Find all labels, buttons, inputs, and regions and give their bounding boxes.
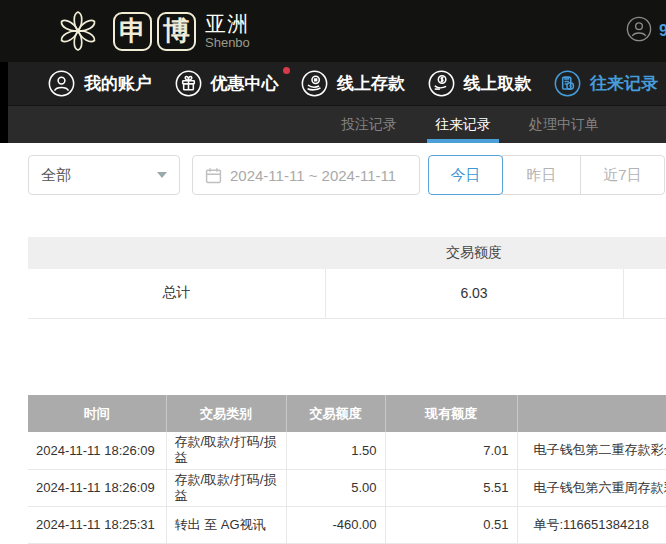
summary-total-row: 总计 6.03: [28, 269, 666, 318]
summary-total-empty: [623, 269, 666, 318]
tx-cell-type: 存款/取款/打码/损益: [166, 432, 286, 469]
summary-header-row: 交易额度: [28, 237, 666, 269]
site-header: 申 博 亚洲 Shenbo 9 我的账户优惠中心线: [0, 0, 666, 143]
nav-item-label: 线上取款: [464, 72, 532, 95]
tab-transaction-records[interactable]: 往来记录: [432, 106, 494, 143]
brand-char-box: 博: [157, 12, 196, 51]
nav-item-label: 我的账户: [84, 72, 152, 95]
table-row: 2024-11-11 18:26:09存款/取款/打码/损益5.005.51电子…: [28, 469, 666, 506]
brand-region: 亚洲: [205, 13, 250, 34]
gift-icon: [175, 70, 202, 97]
nav-item-label: 线上存款: [337, 72, 405, 95]
nav-item-deposit[interactable]: 线上存款: [301, 70, 405, 97]
tx-col-header: 现有额度: [385, 395, 517, 432]
brand-subtitle: Shenbo: [205, 36, 250, 49]
chevron-down-icon: [157, 172, 167, 178]
date-range-value: 2024-11-11 ~ 2024-11-11: [230, 167, 396, 184]
main-nav: 我的账户优惠中心线上存款线上取款往来记录: [8, 62, 666, 105]
nav-item-label: 往来记录: [590, 72, 658, 95]
table-row: 2024-11-11 18:26:09存款/取款/打码/损益1.507.01电子…: [28, 432, 666, 469]
logo-bar: 申 博 亚洲 Shenbo 9: [0, 0, 666, 62]
brand-logo[interactable]: 申 博 亚洲 Shenbo: [52, 5, 250, 57]
tx-cell-balance: 5.51: [385, 469, 517, 506]
records-tabs: 投注记录往来记录处理中订单: [8, 105, 666, 143]
tx-cell-time: 2024-11-11 18:26:09: [28, 469, 166, 506]
tx-cell-amount: -460.00: [286, 506, 385, 543]
summary-header-empty: [28, 237, 325, 269]
username-partial: 9: [659, 22, 666, 40]
summary-table: 交易额度 总计 6.03: [28, 237, 666, 319]
tx-cell-balance: 7.01: [385, 432, 517, 469]
records-icon: [554, 70, 581, 97]
deposit-icon: [301, 70, 328, 97]
avatar-icon: [626, 16, 652, 46]
quick-button-last-7-days[interactable]: 近7日: [580, 155, 665, 195]
withdraw-icon: [428, 70, 455, 97]
account-menu[interactable]: 9: [626, 16, 666, 46]
nav-item-promotions[interactable]: 优惠中心: [175, 70, 279, 97]
tx-cell-time: 2024-11-11 18:25:31: [28, 506, 166, 543]
nav-item-label: 优惠中心: [211, 72, 279, 95]
tab-pending-orders[interactable]: 处理中订单: [526, 106, 602, 143]
nav-item-withdraw[interactable]: 线上取款: [428, 70, 532, 97]
nav-item-my-account[interactable]: 我的账户: [48, 70, 152, 97]
category-select-value: 全部: [41, 166, 157, 185]
summary-header-amount: 交易额度: [325, 237, 623, 269]
tx-cell-remark: 单号:116651384218: [517, 506, 666, 543]
tx-col-header: 时间: [28, 395, 166, 432]
tx-cell-remark: 电子钱包第六重周存款彩金: [517, 469, 666, 506]
calendar-icon: [205, 167, 222, 184]
tx-cell-remark: 电子钱包第二重存款彩金: [517, 432, 666, 469]
tx-cell-amount: 1.50: [286, 432, 385, 469]
page: 申 博 亚洲 Shenbo 9 我的账户优惠中心线: [0, 0, 666, 544]
user-icon: [48, 70, 75, 97]
quick-button-yesterday[interactable]: 昨日: [502, 155, 581, 195]
date-range-input[interactable]: 2024-11-11 ~ 2024-11-11: [192, 155, 420, 195]
tx-cell-balance: 0.51: [385, 506, 517, 543]
brand-flower-icon: [52, 5, 104, 57]
table-row: 2024-11-11 18:25:31转出 至 AG视讯-460.000.51单…: [28, 506, 666, 543]
transactions-header-row: 时间交易类别交易额度现有额度: [28, 395, 666, 432]
quick-date-buttons: 今日昨日近7日: [428, 155, 665, 195]
tx-cell-time: 2024-11-11 18:26:09: [28, 432, 166, 469]
summary-total-label: 总计: [28, 269, 325, 318]
quick-button-today[interactable]: 今日: [428, 155, 503, 195]
tx-col-header: 交易额度: [286, 395, 385, 432]
tab-betting-records[interactable]: 投注记录: [338, 106, 400, 143]
tx-cell-amount: 5.00: [286, 469, 385, 506]
summary-total-value: 6.03: [325, 269, 623, 318]
summary-header-empty: [623, 237, 666, 269]
category-select[interactable]: 全部: [28, 155, 180, 195]
nav-item-records[interactable]: 往来记录: [554, 70, 658, 97]
notification-dot: [283, 67, 290, 74]
tx-col-header: 交易类别: [166, 395, 286, 432]
tx-cell-type: 转出 至 AG视讯: [166, 506, 286, 543]
transactions-table: 时间交易类别交易额度现有额度 2024-11-11 18:26:09存款/取款/…: [28, 395, 666, 544]
tx-col-header: [517, 395, 666, 432]
tx-cell-type: 存款/取款/打码/损益: [166, 469, 286, 506]
brand-char-box: 申: [113, 12, 152, 51]
